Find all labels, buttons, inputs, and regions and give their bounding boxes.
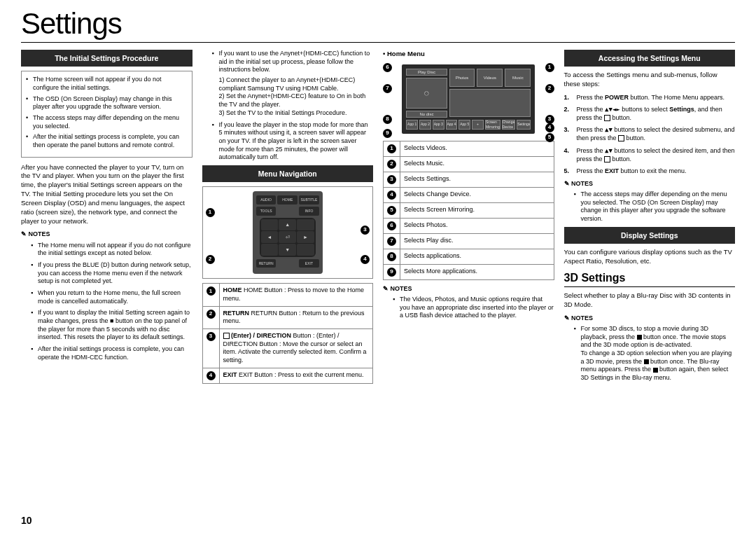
column-4: Accessing the Settings Menu To access th… <box>564 50 736 388</box>
callout-7-icon: 7 <box>383 84 392 93</box>
home-menu-figure: 6 1 7 2 8 3 9 4 5 Play Disc ◯ No disc <box>383 62 554 137</box>
step-item: Press the ▲▼◄► buttons to select Setting… <box>564 105 736 122</box>
legend-cell: Selects More applications. <box>400 264 554 279</box>
notes-label: NOTES <box>564 179 736 188</box>
notes-list: The access steps may differ depending on… <box>564 191 736 223</box>
note-item: After the initial settings process is co… <box>31 345 192 361</box>
callout-3-icon: 3 <box>360 226 370 235</box>
callout-1-icon: 1 <box>206 208 215 217</box>
home-screen-icon: Play Disc ◯ No disc Photos Videos Music <box>402 64 535 134</box>
notes-list: The Videos, Photos, and Music options re… <box>383 296 554 320</box>
callout-5-icon: 5 <box>545 133 554 142</box>
remote-legend-table: 1HOME HOME Button : Press to move to the… <box>202 283 374 384</box>
notes-label: NOTES <box>564 314 736 322</box>
remote-return-button: RETURN <box>256 259 276 268</box>
callout-2-icon: 2 <box>545 84 554 93</box>
callout-4-icon: 4 <box>545 123 554 132</box>
legend-cell: RETURN RETURN Button : Return to the pre… <box>219 306 373 328</box>
note-item: The Home menu will not appear if you do … <box>31 242 192 258</box>
remote-audio-button: AUDIO <box>256 195 276 205</box>
notes-list: For some 3D discs, to stop a movie durin… <box>564 325 736 382</box>
steps-list: Press the POWER button. The Home Menu ap… <box>564 93 736 175</box>
callout-9-icon: 9 <box>383 129 392 138</box>
remote-home-button: HOME <box>277 195 298 205</box>
callout-2-icon: 2 <box>206 255 215 264</box>
home-menu-label: • Home Menu <box>383 50 554 59</box>
bullet-item: If you want to use the Anynet+(HDMI-CEC)… <box>212 50 374 118</box>
accessing-settings-header: Accessing the Settings Menu <box>564 50 736 67</box>
legend-cell: HOME HOME Button : Press to move to the … <box>219 284 373 306</box>
callout-1-icon: 1 <box>545 63 554 72</box>
initial-settings-callout-box: The Home screen will not appear if you d… <box>21 71 192 158</box>
legend-cell: (Enter) / DIRECTION Button : (Enter) / D… <box>219 329 373 368</box>
legend-cell: Selects Screen Mirroring. <box>400 202 554 218</box>
column-3: • Home Menu 6 1 7 2 8 3 9 4 5 Play Disc … <box>383 50 554 388</box>
accessing-intro: To access the Settings menu and sub-menu… <box>564 71 736 89</box>
notes-list: The Home menu will not appear if you do … <box>21 242 192 362</box>
remote-subtitle-button: SUBTITLE <box>299 195 319 205</box>
note-item: The access steps may differ depending on… <box>574 191 736 223</box>
anynet-bullets: If you want to use the Anynet+(HDMI-CEC)… <box>202 50 374 162</box>
note-item: The Videos, Photos, and Music options re… <box>393 296 554 320</box>
remote-exit-button: EXIT <box>299 259 319 268</box>
notes-label: NOTES <box>21 230 192 238</box>
remote-dpad-icon: ▲ ◄⏎► ▼ <box>260 218 316 257</box>
callout-4-icon: 4 <box>360 255 370 264</box>
legend-cell: Selects Play disc. <box>400 233 554 249</box>
intro-paragraph: After you have connected the player to y… <box>21 163 192 226</box>
column-1: The Initial Settings Procedure The Home … <box>21 50 192 388</box>
menu-navigation-header: Menu Navigation <box>202 165 374 182</box>
legend-cell: Selects applications. <box>400 249 554 264</box>
box-item: The access steps may differ depending on… <box>26 114 186 130</box>
remote-info-button: INFO <box>299 207 319 216</box>
step-item: Press the ▲▼ buttons to select the desir… <box>564 146 736 163</box>
step-item: Press the EXIT button to exit the menu. <box>564 167 736 175</box>
legend-cell: Selects Music. <box>400 156 554 172</box>
legend-cell: Selects Videos. <box>400 141 554 156</box>
legend-cell: EXIT EXIT Button : Press to exit the cur… <box>219 368 373 383</box>
note-item: When you return to the Home menu, the fu… <box>31 289 192 305</box>
step-item: Press the POWER button. The Home Menu ap… <box>564 93 736 102</box>
callout-3-icon: 3 <box>545 115 554 124</box>
note-item: If you press the BLUE (D) button during … <box>31 261 192 286</box>
column-2: If you want to use the Anynet+(HDMI-CEC)… <box>202 50 374 388</box>
display-settings-header: Display Settings <box>564 227 736 244</box>
legend-cell: Selects Settings. <box>400 172 554 187</box>
note-item: For some 3D discs, to stop a movie durin… <box>574 325 736 382</box>
disc-tile-icon: ◯ <box>406 78 447 109</box>
legend-cell: Selects Change Device. <box>400 187 554 202</box>
page-title: Settings <box>21 7 735 43</box>
box-item: After the initial settings process is co… <box>26 133 186 149</box>
box-item: The Home screen will not appear if you d… <box>26 76 186 92</box>
note-item: If you want to display the Initial Setti… <box>31 309 192 342</box>
3d-settings-paragraph: Select whether to play a Blu-ray Disc wi… <box>564 291 736 310</box>
page-number: 10 <box>21 515 32 526</box>
3d-settings-header: 3D Settings <box>564 270 736 288</box>
initial-settings-header: The Initial Settings Procedure <box>21 50 192 67</box>
home-legend-table: 1Selects Videos. 2Selects Music. 3Select… <box>383 141 554 280</box>
box-item: The OSD (On Screen Display) may change i… <box>26 95 186 111</box>
callout-8-icon: 8 <box>383 115 392 124</box>
remote-control-icon: AUDIO HOME SUBTITLE TOOLS INFO ▲ ◄⏎► ▼ <box>253 191 323 274</box>
remote-tools-button: TOOLS <box>256 207 276 216</box>
remote-figure: 1 2 3 4 AUDIO HOME SUBTITLE TOOLS INFO <box>202 186 374 279</box>
notes-label: NOTES <box>383 284 554 293</box>
display-settings-paragraph: You can configure various display option… <box>564 248 736 266</box>
legend-cell: Selects Photos. <box>400 218 554 233</box>
callout-6-icon: 6 <box>383 63 392 72</box>
bullet-item: If you leave the player in the stop mode… <box>212 121 374 162</box>
step-item: Press the ▲▼ buttons to select the desir… <box>564 125 736 142</box>
